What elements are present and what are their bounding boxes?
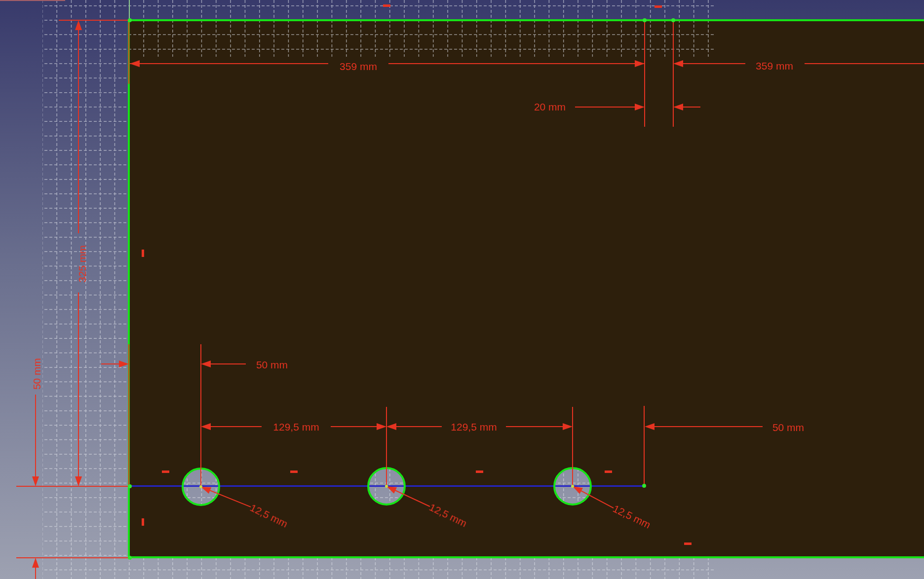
vertical-constraint-icon[interactable] bbox=[142, 518, 144, 526]
dimension-line[interactable] bbox=[130, 63, 328, 64]
dimension-arrow bbox=[386, 423, 396, 430]
dimension-arrow bbox=[32, 558, 39, 568]
extension-line bbox=[572, 407, 573, 486]
dimension-arrow bbox=[75, 20, 82, 30]
dimension-label-gap[interactable]: 20 mm bbox=[534, 101, 566, 113]
dimension-arrow bbox=[75, 476, 82, 486]
horizontal-constraint-icon[interactable] bbox=[476, 470, 483, 473]
sketch-edge-bottom[interactable] bbox=[128, 556, 924, 558]
extension-line-overlay bbox=[128, 22, 129, 84]
sketch-grid-and-face bbox=[0, 0, 924, 579]
x-axis[interactable] bbox=[0, 0, 65, 1]
dimension-arrow bbox=[635, 104, 645, 110]
dimension-arrow bbox=[635, 60, 645, 67]
dimension-line[interactable] bbox=[211, 363, 246, 364]
dimension-label-top-width[interactable]: 359 mm bbox=[340, 61, 377, 72]
horizontal-constraint-icon[interactable] bbox=[684, 543, 692, 545]
circle-center-point[interactable] bbox=[385, 485, 388, 488]
dimension-line[interactable] bbox=[35, 568, 36, 579]
dimension-label-bottom-offset[interactable]: 50 mm bbox=[31, 358, 43, 390]
vertical-constraint-icon[interactable] bbox=[142, 250, 144, 257]
dimension-line[interactable] bbox=[78, 292, 79, 476]
dimension-label-right-width[interactable]: 359 mm bbox=[756, 60, 793, 72]
extension-line bbox=[644, 406, 645, 486]
dimension-arrow bbox=[130, 60, 140, 67]
dimension-line[interactable] bbox=[331, 426, 377, 427]
dimension-line[interactable] bbox=[805, 63, 924, 64]
edge-point[interactable] bbox=[643, 18, 647, 22]
dimension-line[interactable] bbox=[78, 30, 79, 233]
dimension-label-end-offset[interactable]: 50 mm bbox=[772, 422, 804, 434]
sketch-edge-top[interactable] bbox=[129, 19, 924, 21]
dimension-line[interactable] bbox=[396, 426, 442, 427]
dimension-arrow bbox=[201, 423, 211, 430]
dimension-line[interactable] bbox=[654, 426, 763, 427]
dimension-line[interactable] bbox=[211, 426, 262, 427]
dimension-arrow bbox=[673, 104, 683, 110]
extension-line bbox=[59, 20, 129, 21]
dimension-arrow bbox=[32, 476, 39, 486]
line-endpoint[interactable] bbox=[128, 484, 132, 488]
extension-line bbox=[673, 22, 674, 127]
dimension-arrow bbox=[645, 423, 654, 430]
dimension-line[interactable] bbox=[35, 395, 36, 476]
dimension-line[interactable] bbox=[506, 426, 563, 427]
dimension-arrow bbox=[119, 361, 129, 367]
horizontal-constraint-icon[interactable] bbox=[605, 470, 612, 473]
dimension-arrow bbox=[201, 361, 211, 367]
dimension-label-spacing-1[interactable]: 129,5 mm bbox=[273, 421, 319, 433]
y-axis[interactable] bbox=[129, 0, 130, 19]
dimension-arrow bbox=[377, 423, 386, 430]
horizontal-constraint-icon[interactable] bbox=[383, 4, 390, 7]
dimension-label-first-hole[interactable]: 50 mm bbox=[256, 359, 288, 371]
origin-point[interactable] bbox=[128, 18, 132, 22]
dimension-arrow bbox=[673, 60, 683, 67]
dimension-line[interactable] bbox=[101, 363, 119, 364]
dimension-label-height[interactable]: 325 mm bbox=[77, 245, 88, 283]
corner-point[interactable] bbox=[128, 556, 132, 560]
horizontal-constraint-icon[interactable] bbox=[654, 5, 662, 8]
edge-point[interactable] bbox=[671, 18, 675, 22]
dimension-label-spacing-2[interactable]: 129,5 mm bbox=[451, 421, 497, 433]
dimension-line[interactable] bbox=[388, 63, 645, 64]
horizontal-constraint-icon[interactable] bbox=[162, 470, 169, 473]
extension-line bbox=[644, 22, 645, 127]
horizontal-constraint-icon[interactable] bbox=[290, 470, 298, 473]
dimension-line[interactable] bbox=[683, 63, 745, 64]
circle-center-point[interactable] bbox=[571, 485, 574, 488]
dimension-arrow bbox=[563, 423, 573, 430]
circle-center-point[interactable] bbox=[199, 485, 202, 488]
line-endpoint[interactable] bbox=[642, 484, 646, 488]
dimension-line[interactable] bbox=[575, 107, 635, 108]
dimension-line[interactable] bbox=[683, 107, 700, 108]
sketch-viewport: 359 mm 359 mm 20 mm 325 mm 50 mm 50 mm 1… bbox=[0, 0, 924, 579]
extension-line bbox=[386, 407, 387, 486]
